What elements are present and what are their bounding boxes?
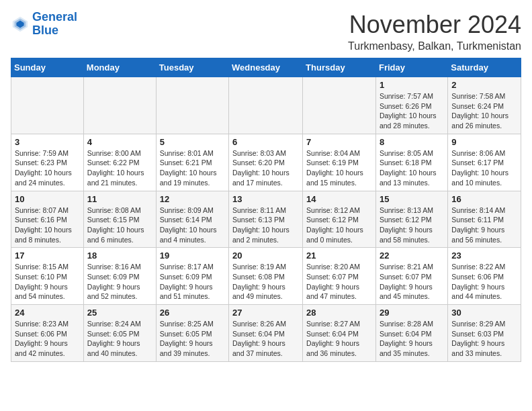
day-number: 23 xyxy=(451,250,517,261)
logo-blue: Blue xyxy=(32,24,58,37)
day-number: 29 xyxy=(380,308,444,318)
day-info: Sunrise: 8:11 AMSunset: 6:13 PMDaylight:… xyxy=(232,205,299,245)
day-number: 4 xyxy=(87,137,152,147)
day-number: 8 xyxy=(380,137,444,147)
day-number: 30 xyxy=(451,308,517,318)
day-cell: 28 Sunrise: 8:27 AMSunset: 6:04 PMDaylig… xyxy=(303,305,376,362)
weekday-header-wednesday: Wednesday xyxy=(229,58,303,77)
day-info: Sunrise: 8:29 AMSunset: 6:03 PMDaylight:… xyxy=(451,319,517,359)
week-row-5: 24 Sunrise: 8:23 AMSunset: 6:06 PMDaylig… xyxy=(11,305,521,362)
day-info: Sunrise: 8:06 AMSunset: 6:17 PMDaylight:… xyxy=(451,148,517,188)
day-number: 13 xyxy=(232,194,299,204)
day-info: Sunrise: 8:07 AMSunset: 6:16 PMDaylight:… xyxy=(15,205,80,245)
day-number: 17 xyxy=(15,250,80,261)
weekday-header-row: SundayMondayTuesdayWednesdayThursdayFrid… xyxy=(11,58,521,77)
day-number: 22 xyxy=(380,250,444,261)
day-cell: 5 Sunrise: 8:01 AMSunset: 6:21 PMDayligh… xyxy=(156,134,228,191)
day-number: 6 xyxy=(232,137,299,147)
day-number: 26 xyxy=(160,308,225,318)
day-cell: 26 Sunrise: 8:25 AMSunset: 6:05 PMDaylig… xyxy=(156,305,228,362)
day-cell: 22 Sunrise: 8:21 AMSunset: 6:07 PMDaylig… xyxy=(375,248,447,305)
day-number: 20 xyxy=(232,250,299,261)
day-number: 12 xyxy=(160,194,225,204)
day-info: Sunrise: 8:09 AMSunset: 6:14 PMDaylight:… xyxy=(160,205,225,245)
day-number: 3 xyxy=(15,137,80,147)
day-number: 9 xyxy=(451,137,517,147)
day-cell: 27 Sunrise: 8:26 AMSunset: 6:04 PMDaylig… xyxy=(229,305,303,362)
day-info: Sunrise: 8:05 AMSunset: 6:18 PMDaylight:… xyxy=(380,148,444,188)
week-row-2: 3 Sunrise: 7:59 AMSunset: 6:23 PMDayligh… xyxy=(11,134,521,191)
day-number: 1 xyxy=(380,80,444,90)
day-cell: 7 Sunrise: 8:04 AMSunset: 6:19 PMDayligh… xyxy=(303,134,376,191)
day-cell: 11 Sunrise: 8:08 AMSunset: 6:15 PMDaylig… xyxy=(83,191,156,248)
day-info: Sunrise: 8:21 AMSunset: 6:07 PMDaylight:… xyxy=(380,262,444,302)
day-cell: 13 Sunrise: 8:11 AMSunset: 6:13 PMDaylig… xyxy=(229,191,303,248)
day-cell: 3 Sunrise: 7:59 AMSunset: 6:23 PMDayligh… xyxy=(11,134,84,191)
day-cell: 30 Sunrise: 8:29 AMSunset: 6:03 PMDaylig… xyxy=(448,305,521,362)
week-row-4: 17 Sunrise: 8:15 AMSunset: 6:10 PMDaylig… xyxy=(11,248,521,305)
location-subtitle: Turkmenbasy, Balkan, Turkmenistan xyxy=(348,40,521,52)
day-cell: 19 Sunrise: 8:17 AMSunset: 6:09 PMDaylig… xyxy=(156,248,228,305)
day-info: Sunrise: 8:12 AMSunset: 6:12 PMDaylight:… xyxy=(306,205,372,245)
day-number: 28 xyxy=(306,308,372,318)
day-number: 25 xyxy=(87,308,152,318)
day-info: Sunrise: 8:01 AMSunset: 6:21 PMDaylight:… xyxy=(160,148,225,188)
day-cell: 17 Sunrise: 8:15 AMSunset: 6:10 PMDaylig… xyxy=(11,248,84,305)
day-cell: 16 Sunrise: 8:14 AMSunset: 6:11 PMDaylig… xyxy=(448,191,521,248)
week-row-3: 10 Sunrise: 8:07 AMSunset: 6:16 PMDaylig… xyxy=(11,191,521,248)
weekday-header-tuesday: Tuesday xyxy=(156,58,228,77)
day-info: Sunrise: 8:24 AMSunset: 6:05 PMDaylight:… xyxy=(87,319,152,359)
day-number: 27 xyxy=(232,308,299,318)
logo-icon xyxy=(11,15,30,34)
day-info: Sunrise: 8:03 AMSunset: 6:20 PMDaylight:… xyxy=(232,148,299,188)
weekday-header-friday: Friday xyxy=(375,58,447,77)
day-cell: 12 Sunrise: 8:09 AMSunset: 6:14 PMDaylig… xyxy=(156,191,228,248)
day-info: Sunrise: 8:26 AMSunset: 6:04 PMDaylight:… xyxy=(232,319,299,359)
day-cell: 15 Sunrise: 8:13 AMSunset: 6:12 PMDaylig… xyxy=(375,191,447,248)
day-number: 19 xyxy=(160,250,225,261)
day-cell: 24 Sunrise: 8:23 AMSunset: 6:06 PMDaylig… xyxy=(11,305,84,362)
day-info: Sunrise: 8:17 AMSunset: 6:09 PMDaylight:… xyxy=(160,262,225,302)
day-cell: 21 Sunrise: 8:20 AMSunset: 6:07 PMDaylig… xyxy=(303,248,376,305)
day-info: Sunrise: 8:08 AMSunset: 6:15 PMDaylight:… xyxy=(87,205,152,245)
day-info: Sunrise: 8:00 AMSunset: 6:22 PMDaylight:… xyxy=(87,148,152,188)
day-info: Sunrise: 8:27 AMSunset: 6:04 PMDaylight:… xyxy=(306,319,372,359)
day-cell: 23 Sunrise: 8:22 AMSunset: 6:06 PMDaylig… xyxy=(448,248,521,305)
day-cell: 20 Sunrise: 8:19 AMSunset: 6:08 PMDaylig… xyxy=(229,248,303,305)
logo: General Blue xyxy=(11,11,77,38)
day-number: 10 xyxy=(15,194,80,204)
day-number: 15 xyxy=(380,194,444,204)
day-number: 11 xyxy=(87,194,152,204)
day-cell: 6 Sunrise: 8:03 AMSunset: 6:20 PMDayligh… xyxy=(229,134,303,191)
header: General Blue November 2024 Turkmenbasy, … xyxy=(11,11,521,52)
day-cell: 10 Sunrise: 8:07 AMSunset: 6:16 PMDaylig… xyxy=(11,191,84,248)
day-info: Sunrise: 8:22 AMSunset: 6:06 PMDaylight:… xyxy=(451,262,517,302)
day-number: 2 xyxy=(451,80,517,90)
day-info: Sunrise: 8:28 AMSunset: 6:04 PMDaylight:… xyxy=(380,319,444,359)
day-cell: 25 Sunrise: 8:24 AMSunset: 6:05 PMDaylig… xyxy=(83,305,156,362)
day-number: 24 xyxy=(15,308,80,318)
weekday-header-thursday: Thursday xyxy=(303,58,376,77)
weekday-header-monday: Monday xyxy=(83,58,156,77)
day-info: Sunrise: 8:14 AMSunset: 6:11 PMDaylight:… xyxy=(451,205,517,245)
day-info: Sunrise: 7:58 AMSunset: 6:24 PMDaylight:… xyxy=(451,91,517,131)
day-info: Sunrise: 8:16 AMSunset: 6:09 PMDaylight:… xyxy=(87,262,152,302)
day-info: Sunrise: 8:19 AMSunset: 6:08 PMDaylight:… xyxy=(232,262,299,302)
day-info: Sunrise: 7:57 AMSunset: 6:26 PMDaylight:… xyxy=(380,91,444,131)
logo-general: General xyxy=(32,10,77,24)
day-cell: 1 Sunrise: 7:57 AMSunset: 6:26 PMDayligh… xyxy=(375,77,447,134)
month-title: November 2024 xyxy=(348,11,521,39)
day-info: Sunrise: 8:04 AMSunset: 6:19 PMDaylight:… xyxy=(306,148,372,188)
weekday-header-saturday: Saturday xyxy=(448,58,521,77)
day-info: Sunrise: 8:23 AMSunset: 6:06 PMDaylight:… xyxy=(15,319,80,359)
day-info: Sunrise: 7:59 AMSunset: 6:23 PMDaylight:… xyxy=(15,148,80,188)
day-info: Sunrise: 8:25 AMSunset: 6:05 PMDaylight:… xyxy=(160,319,225,359)
day-cell: 14 Sunrise: 8:12 AMSunset: 6:12 PMDaylig… xyxy=(303,191,376,248)
day-number: 21 xyxy=(306,250,372,261)
day-cell xyxy=(11,77,84,134)
day-info: Sunrise: 8:15 AMSunset: 6:10 PMDaylight:… xyxy=(15,262,80,302)
week-row-1: 1 Sunrise: 7:57 AMSunset: 6:26 PMDayligh… xyxy=(11,77,521,134)
day-number: 16 xyxy=(451,194,517,204)
day-number: 18 xyxy=(87,250,152,261)
day-number: 5 xyxy=(160,137,225,147)
